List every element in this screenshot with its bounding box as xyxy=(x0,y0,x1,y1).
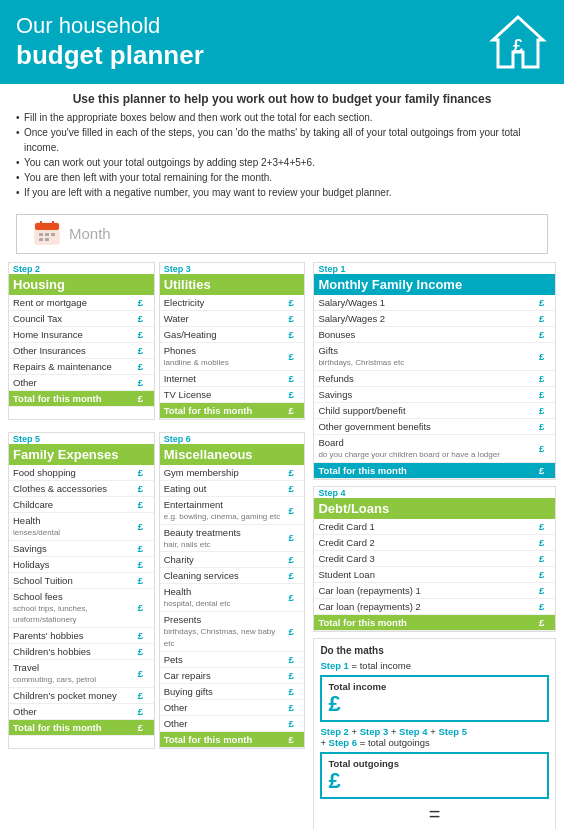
step3-label: Step 3 xyxy=(160,263,305,274)
step4-header: Debt/Loans xyxy=(314,498,555,519)
right-column: Step 1 Monthly Family Income Salary/Wage… xyxy=(309,262,556,829)
total-outgoings-label: Total outgoings xyxy=(328,758,541,769)
total-outgoings-amount: £ xyxy=(328,769,541,793)
table-row: Charity£ xyxy=(160,552,305,568)
total-income-box: Total income £ xyxy=(320,675,549,722)
table-row: School feesschool trips, lunches, unifor… xyxy=(9,588,154,628)
header-line2: budget planner xyxy=(16,40,204,70)
step4-box: Step 4 Debt/Loans Credit Card 1£ Credit … xyxy=(313,486,556,632)
step6-box: Step 6 Miscellaneous Gym membership£ Eat… xyxy=(159,432,306,749)
table-row: Car loan (repayments) 2£ xyxy=(314,598,555,614)
total-income-label: Total income xyxy=(328,681,541,692)
svg-rect-7 xyxy=(45,233,49,236)
month-input-row[interactable]: Month xyxy=(16,214,548,254)
table-row: Council Tax£ xyxy=(9,311,154,327)
table-row: Beauty treatmentshair, nails etc £ xyxy=(160,524,305,552)
table-row: Entertainmente.g. bowling, cinema, gamin… xyxy=(160,496,305,524)
table-row: Presentsbirthdays, Christmas, new baby e… xyxy=(160,612,305,652)
total-outgoings-box: Total outgoings £ xyxy=(320,752,549,799)
step3-table: Electricity£ Water£ Gas/Heating£ Phonesl… xyxy=(160,295,305,419)
step3-total-row: Total for this month£ xyxy=(160,402,305,418)
step5-header: Family Expenses xyxy=(9,444,154,465)
svg-rect-8 xyxy=(51,233,55,236)
intro-title: Use this planner to help you work out ho… xyxy=(16,92,548,106)
table-row: Car repairs£ xyxy=(160,667,305,683)
table-row: Salary/Wages 2£ xyxy=(314,311,555,327)
step6-label: Step 6 xyxy=(160,433,305,444)
table-row: TV License£ xyxy=(160,386,305,402)
table-row: Holidays£ xyxy=(9,556,154,572)
intro-bullets: Fill in the appropriate boxes below and … xyxy=(16,110,548,200)
table-row: Water£ xyxy=(160,311,305,327)
step6-table: Gym membership£ Eating out£ Entertainmen… xyxy=(160,465,305,748)
equals-sign: = xyxy=(320,803,549,826)
intro-bullet-2: Once you've filled in each of the steps,… xyxy=(16,125,548,155)
table-row: Other£ xyxy=(160,715,305,731)
table-row: Other Insurances£ xyxy=(9,343,154,359)
table-row: Rent or mortgage£ xyxy=(9,295,154,311)
header: Our householdbudget planner £ xyxy=(0,0,564,84)
intro-bullet-1: Fill in the appropriate boxes below and … xyxy=(16,110,548,125)
table-row: Other£ xyxy=(160,699,305,715)
intro-bullet-3: You can work out your total outgoings by… xyxy=(16,155,548,170)
table-row: Student Loan£ xyxy=(314,566,555,582)
step4-label: Step 4 xyxy=(314,487,555,498)
step2-title: Housing xyxy=(13,277,150,292)
svg-rect-3 xyxy=(35,223,59,230)
step5-table: Food shopping£ Clothes & accessories£ Ch… xyxy=(9,465,154,736)
step1-table: Salary/Wages 1£ Salary/Wages 2£ Bonuses£… xyxy=(314,295,555,479)
table-row: Savings£ xyxy=(9,540,154,556)
table-row: Internet£ xyxy=(160,370,305,386)
table-row: Bonuses£ xyxy=(314,327,555,343)
step3-title: Utilities xyxy=(164,277,301,292)
step2-total-row: Total for this month£ xyxy=(9,391,154,407)
intro-section: Use this planner to help you work out ho… xyxy=(0,84,564,214)
left-column: Step 2 Housing Rent or mortgage£ Council… xyxy=(8,262,309,829)
main-content: Step 2 Housing Rent or mortgage£ Council… xyxy=(0,262,564,829)
table-row: Eating out£ xyxy=(160,480,305,496)
table-row: Electricity£ xyxy=(160,295,305,311)
table-row: Childcare£ xyxy=(9,496,154,512)
table-row: Healthlenses/dental £ xyxy=(9,512,154,540)
table-row: Travelcommuting, cars, petrol £ xyxy=(9,660,154,688)
table-row: Savings£ xyxy=(314,386,555,402)
step2-box: Step 2 Housing Rent or mortgage£ Council… xyxy=(8,262,155,420)
do-maths-title: Do the maths xyxy=(320,645,549,656)
table-row: Gym membership£ xyxy=(160,465,305,481)
step1-box: Step 1 Monthly Family Income Salary/Wage… xyxy=(313,262,556,480)
step6-total-row: Total for this month£ xyxy=(160,731,305,747)
step2-header: Housing xyxy=(9,274,154,295)
table-row: Parents' hobbies£ xyxy=(9,628,154,644)
month-placeholder: Month xyxy=(69,225,111,242)
total-income-amount: £ xyxy=(328,692,541,716)
svg-rect-6 xyxy=(39,233,43,236)
step6-header: Miscellaneous xyxy=(160,444,305,465)
svg-rect-10 xyxy=(45,238,49,241)
step1-header: Monthly Family Income xyxy=(314,274,555,295)
step2-label: Step 2 xyxy=(9,263,154,274)
calendar-icon xyxy=(33,219,61,247)
table-row: Giftsbirthdays, Christmas etc £ xyxy=(314,343,555,371)
table-row: Pets£ xyxy=(160,651,305,667)
svg-rect-9 xyxy=(39,238,43,241)
step4-table: Credit Card 1£ Credit Card 2£ Credit Car… xyxy=(314,519,555,631)
step5-total-row: Total for this month£ xyxy=(9,719,154,735)
svg-text:£: £ xyxy=(513,36,523,56)
step3-box: Step 3 Utilities Electricity£ Water£ Gas… xyxy=(159,262,306,420)
step1-label: Step 1 xyxy=(314,263,555,274)
table-row: Gas/Heating£ xyxy=(160,327,305,343)
table-row: Other£ xyxy=(9,375,154,391)
table-row: Children's pocket money£ xyxy=(9,687,154,703)
do-maths-section: Do the maths Step 1 = total income Total… xyxy=(313,638,556,829)
step4-total-row: Total for this month£ xyxy=(314,614,555,630)
table-row: Clothes & accessories£ xyxy=(9,480,154,496)
step2-table: Rent or mortgage£ Council Tax£ Home Insu… xyxy=(9,295,154,407)
step1-title: Monthly Family Income xyxy=(318,277,551,292)
header-text: Our householdbudget planner xyxy=(16,13,204,71)
equation-1: Step 1 = total income xyxy=(320,660,549,671)
step5-label: Step 5 xyxy=(9,433,154,444)
table-row: Refunds£ xyxy=(314,370,555,386)
table-row: Credit Card 1£ xyxy=(314,519,555,535)
table-row: Phoneslandline & mobiles £ xyxy=(160,343,305,371)
equation-2: Step 2 + Step 3 + Step 4 + Step 5+ Step … xyxy=(320,726,549,748)
